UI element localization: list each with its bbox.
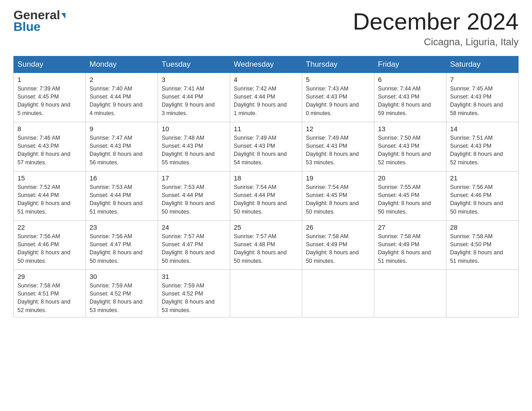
day-info: Sunrise: 7:41 AM Sunset: 4:44 PM Dayligh… — [162, 85, 226, 117]
col-sunday: Sunday — [14, 56, 86, 73]
table-row — [374, 270, 446, 317]
day-info: Sunrise: 7:46 AM Sunset: 4:43 PM Dayligh… — [17, 134, 82, 167]
calendar-row: 15 Sunrise: 7:52 AM Sunset: 4:44 PM Dayl… — [14, 171, 519, 221]
table-row: 22 Sunrise: 7:56 AM Sunset: 4:46 PM Dayl… — [14, 221, 86, 270]
table-row: 19 Sunrise: 7:54 AM Sunset: 4:45 PM Dayl… — [302, 171, 374, 221]
day-number: 8 — [17, 125, 82, 133]
day-info: Sunrise: 7:43 AM Sunset: 4:43 PM Dayligh… — [306, 85, 370, 117]
col-tuesday: Tuesday — [158, 56, 230, 73]
day-number: 6 — [378, 76, 442, 83]
col-thursday: Thursday — [302, 56, 374, 73]
table-row: 1 Sunrise: 7:39 AM Sunset: 4:45 PM Dayli… — [14, 73, 86, 122]
day-info: Sunrise: 7:47 AM Sunset: 4:43 PM Dayligh… — [90, 134, 154, 167]
calendar-row: 1 Sunrise: 7:39 AM Sunset: 4:45 PM Dayli… — [14, 73, 519, 122]
day-number: 10 — [162, 125, 226, 133]
day-info: Sunrise: 7:59 AM Sunset: 4:52 PM Dayligh… — [162, 282, 226, 314]
calendar-row: 29 Sunrise: 7:58 AM Sunset: 4:51 PM Dayl… — [14, 270, 519, 317]
table-row: 8 Sunrise: 7:46 AM Sunset: 4:43 PM Dayli… — [14, 122, 86, 171]
calendar-row: 22 Sunrise: 7:56 AM Sunset: 4:46 PM Dayl… — [14, 221, 519, 270]
day-number: 25 — [234, 223, 298, 231]
table-row: 23 Sunrise: 7:56 AM Sunset: 4:47 PM Dayl… — [86, 221, 158, 270]
day-number: 24 — [162, 223, 226, 231]
table-row: 21 Sunrise: 7:56 AM Sunset: 4:46 PM Dayl… — [446, 171, 519, 221]
table-row: 13 Sunrise: 7:50 AM Sunset: 4:43 PM Dayl… — [374, 122, 446, 171]
table-row: 14 Sunrise: 7:51 AM Sunset: 4:43 PM Dayl… — [446, 122, 519, 171]
day-number: 18 — [234, 174, 298, 182]
calendar-body: 1 Sunrise: 7:39 AM Sunset: 4:45 PM Dayli… — [14, 73, 519, 317]
table-row — [230, 270, 302, 317]
table-row: 11 Sunrise: 7:49 AM Sunset: 4:43 PM Dayl… — [230, 122, 302, 171]
day-info: Sunrise: 7:57 AM Sunset: 4:47 PM Dayligh… — [162, 232, 226, 265]
col-saturday: Saturday — [446, 56, 519, 73]
table-row: 29 Sunrise: 7:58 AM Sunset: 4:51 PM Dayl… — [14, 270, 86, 317]
day-number: 19 — [306, 174, 370, 182]
title-block: December 2024 Cicagna, Liguria, Italy — [353, 9, 519, 48]
day-info: Sunrise: 7:58 AM Sunset: 4:50 PM Dayligh… — [450, 232, 515, 265]
day-info: Sunrise: 7:51 AM Sunset: 4:43 PM Dayligh… — [450, 134, 515, 167]
table-row: 4 Sunrise: 7:42 AM Sunset: 4:44 PM Dayli… — [230, 73, 302, 122]
day-info: Sunrise: 7:52 AM Sunset: 4:44 PM Dayligh… — [17, 183, 82, 216]
location: Cicagna, Liguria, Italy — [353, 36, 519, 48]
day-info: Sunrise: 7:49 AM Sunset: 4:43 PM Dayligh… — [234, 134, 298, 167]
page-header: General Blue December 2024 Cicagna, Ligu… — [13, 9, 519, 48]
table-row: 26 Sunrise: 7:58 AM Sunset: 4:49 PM Dayl… — [302, 221, 374, 270]
table-row: 7 Sunrise: 7:45 AM Sunset: 4:43 PM Dayli… — [446, 73, 519, 122]
day-info: Sunrise: 7:54 AM Sunset: 4:45 PM Dayligh… — [306, 183, 370, 216]
day-info: Sunrise: 7:50 AM Sunset: 4:43 PM Dayligh… — [378, 134, 442, 167]
day-number: 23 — [90, 223, 154, 231]
table-row: 28 Sunrise: 7:58 AM Sunset: 4:50 PM Dayl… — [446, 221, 519, 270]
col-wednesday: Wednesday — [230, 56, 302, 73]
day-number: 29 — [17, 273, 82, 280]
table-row: 31 Sunrise: 7:59 AM Sunset: 4:52 PM Dayl… — [158, 270, 230, 317]
table-row: 18 Sunrise: 7:54 AM Sunset: 4:44 PM Dayl… — [230, 171, 302, 221]
day-info: Sunrise: 7:54 AM Sunset: 4:44 PM Dayligh… — [234, 183, 298, 216]
logo: General Blue — [13, 9, 65, 34]
table-row: 30 Sunrise: 7:59 AM Sunset: 4:52 PM Dayl… — [86, 270, 158, 317]
day-number: 1 — [17, 76, 82, 83]
month-title: December 2024 — [353, 9, 519, 34]
day-number: 22 — [17, 223, 82, 231]
day-number: 20 — [378, 174, 442, 182]
table-row: 20 Sunrise: 7:55 AM Sunset: 4:45 PM Dayl… — [374, 171, 446, 221]
day-number: 16 — [90, 174, 154, 182]
day-info: Sunrise: 7:55 AM Sunset: 4:45 PM Dayligh… — [378, 183, 442, 216]
calendar-table: Sunday Monday Tuesday Wednesday Thursday… — [13, 56, 519, 317]
day-info: Sunrise: 7:57 AM Sunset: 4:48 PM Dayligh… — [234, 232, 298, 265]
table-row: 16 Sunrise: 7:53 AM Sunset: 4:44 PM Dayl… — [86, 171, 158, 221]
table-row: 3 Sunrise: 7:41 AM Sunset: 4:44 PM Dayli… — [158, 73, 230, 122]
day-number: 9 — [90, 125, 154, 133]
day-number: 13 — [378, 125, 442, 133]
day-info: Sunrise: 7:40 AM Sunset: 4:44 PM Dayligh… — [90, 85, 154, 117]
day-info: Sunrise: 7:53 AM Sunset: 4:44 PM Dayligh… — [162, 183, 226, 216]
table-row: 5 Sunrise: 7:43 AM Sunset: 4:43 PM Dayli… — [302, 73, 374, 122]
day-number: 11 — [234, 125, 298, 133]
table-row: 9 Sunrise: 7:47 AM Sunset: 4:43 PM Dayli… — [86, 122, 158, 171]
day-number: 4 — [234, 76, 298, 83]
day-info: Sunrise: 7:56 AM Sunset: 4:47 PM Dayligh… — [90, 232, 154, 265]
day-info: Sunrise: 7:48 AM Sunset: 4:43 PM Dayligh… — [162, 134, 226, 167]
table-row: 24 Sunrise: 7:57 AM Sunset: 4:47 PM Dayl… — [158, 221, 230, 270]
table-row: 17 Sunrise: 7:53 AM Sunset: 4:44 PM Dayl… — [158, 171, 230, 221]
day-info: Sunrise: 7:56 AM Sunset: 4:46 PM Dayligh… — [17, 232, 82, 265]
day-number: 14 — [450, 125, 515, 133]
day-info: Sunrise: 7:44 AM Sunset: 4:43 PM Dayligh… — [378, 85, 442, 117]
day-info: Sunrise: 7:58 AM Sunset: 4:49 PM Dayligh… — [306, 232, 370, 265]
day-number: 28 — [450, 223, 515, 231]
day-info: Sunrise: 7:45 AM Sunset: 4:43 PM Dayligh… — [450, 85, 515, 117]
logo-blue: Blue — [13, 20, 41, 34]
day-info: Sunrise: 7:59 AM Sunset: 4:52 PM Dayligh… — [90, 282, 154, 314]
col-friday: Friday — [374, 56, 446, 73]
day-number: 27 — [378, 223, 442, 231]
header-row: Sunday Monday Tuesday Wednesday Thursday… — [14, 56, 519, 73]
table-row: 2 Sunrise: 7:40 AM Sunset: 4:44 PM Dayli… — [86, 73, 158, 122]
day-number: 7 — [450, 76, 515, 83]
table-row: 27 Sunrise: 7:58 AM Sunset: 4:49 PM Dayl… — [374, 221, 446, 270]
day-number: 30 — [90, 273, 154, 280]
day-number: 3 — [162, 76, 226, 83]
day-number: 31 — [162, 273, 226, 280]
day-number: 17 — [162, 174, 226, 182]
day-info: Sunrise: 7:58 AM Sunset: 4:51 PM Dayligh… — [17, 282, 82, 314]
table-row — [446, 270, 519, 317]
day-info: Sunrise: 7:39 AM Sunset: 4:45 PM Dayligh… — [17, 85, 82, 117]
day-number: 21 — [450, 174, 515, 182]
